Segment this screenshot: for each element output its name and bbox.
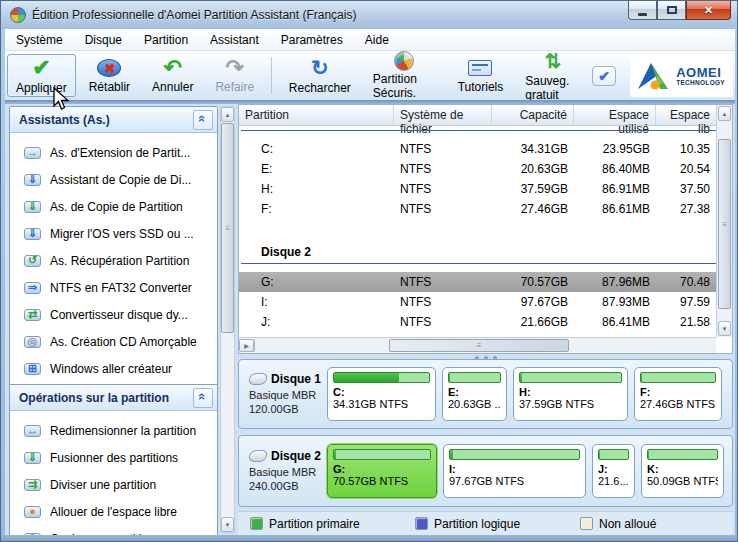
partition-block-k[interactable]: K: 50.09GB NTFS — [641, 444, 724, 498]
merge-partitions-icon: ⇓ — [24, 452, 41, 464]
close-button[interactable]: ✕ — [686, 1, 731, 20]
disk2-name: Disque 2 — [271, 449, 321, 463]
table-vscroll-thumb[interactable]: ≡ — [718, 139, 731, 309]
menu-aide[interactable]: Aide — [354, 30, 400, 50]
col-partition[interactable]: Partition — [239, 105, 394, 125]
sidebar-scrollbar-thumb[interactable]: ≡ — [221, 123, 234, 333]
sidebar-item-partition-copy[interactable]: ⇓ As. de Copie de Partition — [10, 193, 217, 220]
table-row[interactable]: J: NTFS 21.66GB 86.41MB 21.58 — [239, 312, 732, 332]
sidebar-item-label: As. Création CD Amorçable — [50, 335, 197, 349]
sidebar-item-resize-partition[interactable]: ↔ Redimensionner la partition — [10, 417, 217, 444]
sidebar-item-windows-togo[interactable]: ⊞ Windows aller créateur — [10, 355, 217, 382]
menu-parametres[interactable]: Paramètres — [270, 30, 354, 50]
menu-systeme[interactable]: Système — [5, 30, 74, 50]
partition-block-g-selected[interactable]: G: 70.57GB NTFS — [327, 444, 437, 498]
partition-block-c[interactable]: C: 34.31GB NTFS — [327, 367, 436, 421]
select-check-icon[interactable]: ✔ — [592, 66, 616, 86]
table-horizontal-scrollbar[interactable]: ◀ ≡ ▶ — [239, 337, 716, 353]
free-backup-label: Sauveg. gratuit — [525, 74, 581, 102]
sidebar-item-label: As. Récupération Partition — [50, 254, 189, 268]
sidebar-item-extend-partition[interactable]: → As. d'Extension de Partit... — [10, 139, 217, 166]
sidebar-item-disk-copy[interactable]: ⇓ Assistant de Copie de Di... — [10, 166, 217, 193]
disk1-map: Disque 1 Basique MBR 120.00GB C: 34.31GB… — [238, 359, 733, 429]
cell-used: 86.91MB — [574, 182, 656, 196]
scroll-up-icon[interactable]: ▲ — [221, 107, 234, 122]
sidebar-item-label: Diviser une partition — [50, 478, 156, 492]
partition-desc: 50.09GB NTFS — [647, 475, 718, 487]
free-backup-button[interactable]: ⇅ Sauveg. gratuit — [516, 54, 590, 97]
disk2-group-header: Disque 2 — [239, 237, 732, 259]
sidebar-item-ntfs-fat32[interactable]: ⇒ NTFS en FAT32 Converter — [10, 274, 217, 301]
discard-button[interactable]: ✖ Rétablir — [80, 54, 139, 97]
table-row[interactable]: I: NTFS 97.67GB 87.93MB 97.59 — [239, 292, 732, 312]
menu-assistant[interactable]: Assistant — [199, 30, 270, 50]
operations-panel-header[interactable]: Opérations sur la partition « — [10, 385, 217, 411]
maximize-button[interactable] — [657, 1, 686, 20]
partition-drive: K: — [647, 463, 718, 475]
app-window: Édition Professionnelle d'Aomei Partitio… — [0, 0, 738, 542]
partition-block-h[interactable]: H: 37.59GB NTFS — [513, 367, 628, 421]
col-used-space[interactable]: Espace utilisé — [574, 105, 656, 125]
undo-button[interactable]: ↶ Annuler — [143, 54, 202, 97]
table-hscroll-thumb[interactable]: ≡ — [389, 339, 569, 352]
assistants-panel-header[interactable]: Assistants (As.) « — [10, 107, 217, 133]
partition-block-e[interactable]: E: 20.63GB ... — [442, 367, 507, 421]
sidebar-item-migrate-os[interactable]: ⇓ Migrer l'OS vers SSD ou ... — [10, 220, 217, 247]
hdd-icon — [248, 373, 269, 385]
minimize-button[interactable] — [628, 1, 657, 20]
disk1-name: Disque 1 — [271, 372, 321, 386]
table-row[interactable]: E: NTFS 20.63GB 86.40MB 20.54 — [239, 159, 732, 179]
apply-button[interactable]: ✔ Appliquer — [7, 54, 76, 97]
sidebar-item-allocate-free-space[interactable]: ● Allouer de l'espace libre — [10, 498, 217, 525]
title-bar[interactable]: Édition Professionnelle d'Aomei Partitio… — [1, 1, 738, 29]
table-row[interactable]: C: NTFS 34.31GB 23.95GB 10.35 — [239, 139, 732, 159]
legend-logical: Partition logique — [415, 517, 568, 531]
col-filesystem[interactable]: Système de fichier — [394, 105, 492, 125]
menu-partition[interactable]: Partition — [133, 30, 199, 50]
partition-drive: E: — [448, 386, 501, 398]
disk-copy-icon: ⇓ — [24, 174, 41, 186]
redo-label: Refaire — [215, 80, 254, 94]
cell-used: 23.95GB — [574, 142, 656, 156]
partition-drive: J: — [598, 463, 629, 475]
cell-fs: NTFS — [394, 142, 492, 156]
menu-disque[interactable]: Disque — [74, 30, 133, 50]
secure-partition-button[interactable]: Partition Sécuris. — [364, 54, 445, 97]
sidebar-item-partition-recovery[interactable]: ↺ As. Récupération Partition — [10, 247, 217, 274]
partition-copy-icon: ⇓ — [24, 201, 41, 213]
cell-free: 27.38 — [656, 202, 716, 216]
scroll-up-icon[interactable]: ▲ — [718, 106, 731, 121]
table-row[interactable]: F: NTFS 27.46GB 86.61MB 27.38 — [239, 199, 732, 219]
scroll-down-icon[interactable]: ▼ — [221, 517, 234, 532]
sidebar-item-label: Fusionner des partitions — [50, 451, 178, 465]
primary-partition-swatch — [250, 517, 263, 530]
disk2-info: Disque 2 Basique MBR 240.00GB — [243, 449, 327, 493]
collapse-button[interactable]: « — [193, 110, 213, 130]
cell-capacity: 34.31GB — [492, 142, 574, 156]
partition-block-j[interactable]: J: 21.6... — [592, 444, 635, 498]
sidebar-item-bootable-cd[interactable]: ◎ As. Création CD Amorçable — [10, 328, 217, 355]
collapse-button[interactable]: « — [193, 388, 213, 408]
cell-free: 10.35 — [656, 142, 716, 156]
cell-capacity: 97.67GB — [492, 295, 574, 309]
refresh-button[interactable]: ↻ Recharcher — [280, 54, 360, 97]
partition-block-i[interactable]: I: 97.67GB NTFS — [443, 444, 586, 498]
table-row[interactable]: H: NTFS 37.59GB 86.91MB 37.50 — [239, 179, 732, 199]
sidebar-item-dynamic-converter[interactable]: ⇄ Convertisseur disque dy... — [10, 301, 217, 328]
scroll-down-icon[interactable]: ▼ — [718, 321, 731, 336]
sidebar-item-merge-partitions[interactable]: ⇓ Fusionner des partitions — [10, 444, 217, 471]
usage-bar — [449, 449, 580, 460]
partition-block-f[interactable]: F: 27.46GB NTFS — [634, 367, 722, 421]
col-capacity[interactable]: Capacité — [492, 105, 574, 125]
tutorials-button[interactable]: Tutoriels — [449, 54, 513, 97]
scroll-right-icon[interactable]: ▶ — [239, 339, 254, 352]
sidebar-scrollbar[interactable]: ▲ ≡ ▼ — [220, 106, 235, 533]
col-free-space[interactable]: Espace lib — [656, 105, 716, 125]
sidebar-item-split-partition[interactable]: ⇉ Diviser une partition — [10, 471, 217, 498]
usage-bar — [448, 372, 501, 383]
partition-drive: I: — [449, 463, 580, 475]
chevron-up-icon: « — [195, 393, 210, 400]
table-vertical-scrollbar[interactable]: ▲ ≡ ▼ — [716, 105, 732, 337]
table-row-selected[interactable]: G: NTFS 70.57GB 87.96MB 70.48 — [239, 272, 732, 292]
cell-capacity: 70.57GB — [492, 275, 574, 289]
